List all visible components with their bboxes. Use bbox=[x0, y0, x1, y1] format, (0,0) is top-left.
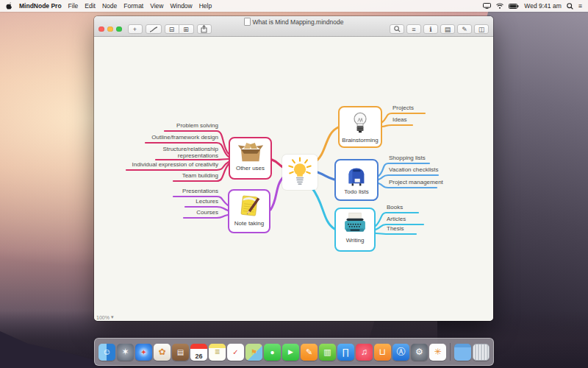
notification-center-icon[interactable]: ≡ bbox=[578, 2, 582, 10]
child-projects[interactable]: Projects bbox=[392, 105, 414, 111]
itunes-icon: ♫ bbox=[361, 347, 368, 357]
mindmap-node-brainstorming[interactable]: Brainstorming bbox=[338, 106, 382, 148]
spotlight-icon[interactable] bbox=[567, 3, 573, 10]
dock-item-maps[interactable]: ⚑ bbox=[245, 344, 262, 361]
dock-item-pages[interactable]: ✎ bbox=[301, 344, 318, 361]
node-label-note-taking: Note taking bbox=[234, 220, 264, 227]
lightbulb-clear-icon bbox=[348, 110, 372, 136]
inspector-button[interactable]: ◫ bbox=[474, 24, 489, 34]
window-titlebar[interactable]: What is Mind Mapping.mindnode + ⊟ ⊞ bbox=[94, 16, 493, 37]
dock-item-safari[interactable]: ✦ bbox=[135, 344, 152, 361]
dock-item-numbers[interactable]: ▥ bbox=[319, 344, 336, 361]
expand-button[interactable]: ⊞ bbox=[179, 24, 194, 34]
child-presentations[interactable]: Presentations bbox=[182, 188, 218, 194]
dock-item-mindnode[interactable]: ✳ bbox=[429, 344, 446, 361]
mailbox-icon bbox=[345, 163, 368, 188]
child-lectures[interactable]: Lectures bbox=[196, 198, 218, 205]
dock-item-keynote[interactable]: ∏ bbox=[337, 344, 354, 361]
dock-item-launchpad[interactable]: ✶ bbox=[117, 344, 134, 361]
child-books[interactable]: Books bbox=[387, 204, 403, 210]
child-team-building[interactable]: Team building bbox=[182, 172, 218, 179]
info-button[interactable]: ℹ bbox=[423, 24, 438, 34]
menu-app-name[interactable]: MindNode Pro bbox=[19, 2, 62, 10]
child-vacation-checklists[interactable]: Vacation checklists bbox=[389, 166, 438, 173]
node-label-writing: Writing bbox=[346, 237, 365, 244]
keynote-icon: ∏ bbox=[343, 347, 350, 357]
collapse-button[interactable]: ⊟ bbox=[165, 24, 179, 34]
mindmap-node-note-taking[interactable]: Note taking bbox=[228, 189, 270, 233]
dock-item-downloads[interactable] bbox=[454, 344, 471, 361]
battery-icon[interactable] bbox=[509, 4, 519, 9]
menu-file[interactable]: File bbox=[68, 2, 79, 10]
child-articles[interactable]: Articles bbox=[387, 216, 406, 222]
dock-item-photos[interactable]: ✿ bbox=[154, 344, 171, 361]
zoom-caret-icon: ▾ bbox=[111, 314, 114, 320]
child-shopping-lists[interactable]: Shopping lists bbox=[389, 155, 426, 161]
minimize-button[interactable] bbox=[107, 26, 113, 32]
media-browser-button[interactable]: ▤ bbox=[440, 24, 455, 34]
child-courses[interactable]: Courses bbox=[196, 209, 218, 216]
safari-icon: ✦ bbox=[140, 348, 146, 356]
dock-item-messages[interactable]: ● bbox=[264, 344, 281, 361]
menu-node[interactable]: Node bbox=[102, 2, 117, 10]
mindmap-node-todo-lists[interactable]: Todo lists bbox=[334, 159, 379, 201]
mindmap-center-node[interactable] bbox=[282, 155, 318, 190]
menu-format[interactable]: Format bbox=[123, 2, 143, 10]
apple-icon bbox=[6, 2, 12, 10]
zoom-level: 100% bbox=[96, 315, 110, 320]
dock-item-notes[interactable]: ≡ bbox=[209, 344, 226, 361]
menu-clock[interactable]: Wed 9:41 am bbox=[524, 2, 561, 10]
zoom-button[interactable] bbox=[116, 26, 122, 32]
child-ideas[interactable]: Ideas bbox=[392, 116, 407, 123]
app-store-icon: Ⓐ bbox=[397, 346, 406, 358]
dock-item-calendar[interactable]: 26 bbox=[190, 344, 207, 361]
add-node-button[interactable]: + bbox=[128, 24, 143, 34]
dock-item-itunes[interactable]: ♫ bbox=[356, 344, 373, 361]
menu-items: FileEditNodeFormatViewWindowHelp bbox=[68, 2, 219, 10]
reminders-icon: ✓ bbox=[232, 348, 238, 356]
child-structure-relationship[interactable]: Structure/relationship representations bbox=[162, 146, 218, 159]
apple-menu[interactable] bbox=[6, 2, 12, 10]
dock-item-contacts[interactable]: ▤ bbox=[172, 344, 189, 361]
facetime-icon: ▶ bbox=[288, 348, 293, 355]
dock-item-trash[interactable] bbox=[473, 344, 490, 361]
close-button[interactable] bbox=[98, 26, 104, 32]
mindmap-node-writing[interactable]: Writing bbox=[334, 208, 376, 252]
share-icon bbox=[201, 25, 207, 33]
dock-item-ibooks[interactable]: ⊔ bbox=[374, 344, 391, 361]
photos-icon: ✿ bbox=[158, 347, 165, 357]
share-button[interactable] bbox=[197, 24, 212, 34]
menu-window[interactable]: Window bbox=[171, 2, 193, 10]
mindmap-node-other-uses[interactable]: Other uses bbox=[229, 137, 272, 180]
mindmap-canvas[interactable]: Brainstorming Todo lists bbox=[94, 37, 493, 321]
displays-icon[interactable] bbox=[483, 3, 491, 9]
outline-button[interactable]: ≡ bbox=[406, 24, 421, 34]
cross-connection-button[interactable] bbox=[146, 24, 162, 34]
dock-item-facetime[interactable]: ▶ bbox=[282, 344, 299, 361]
child-individual-expression[interactable]: Individual expression of creativity bbox=[132, 161, 218, 168]
dock-item-system-preferences[interactable]: ⚙ bbox=[411, 344, 428, 361]
menu-view[interactable]: View bbox=[150, 2, 163, 10]
menu-help[interactable]: Help bbox=[199, 2, 212, 10]
mindnode-window: What is Mind Mapping.mindnode + ⊟ ⊞ bbox=[94, 16, 493, 321]
search-icon bbox=[394, 26, 401, 32]
style-button[interactable]: ✎ bbox=[457, 24, 472, 34]
dock-item-finder[interactable]: ☺ bbox=[98, 344, 115, 361]
maps-icon: ⚑ bbox=[251, 348, 257, 356]
canvas-zoom-control[interactable]: 100%▾ bbox=[96, 314, 113, 320]
node-label-brainstorming: Brainstorming bbox=[342, 137, 378, 144]
node-label-other-uses: Other uses bbox=[236, 165, 265, 171]
child-thesis[interactable]: Thesis bbox=[387, 225, 404, 232]
child-project-management[interactable]: Project management bbox=[389, 179, 443, 185]
menu-edit[interactable]: Edit bbox=[85, 2, 96, 10]
search-button[interactable] bbox=[390, 24, 404, 34]
child-problem-solving[interactable]: Problem solving bbox=[176, 122, 218, 129]
calendar-icon: 26 bbox=[195, 353, 202, 360]
child-outline-framework-design[interactable]: Outline/framework design bbox=[151, 134, 218, 141]
messages-icon: ● bbox=[270, 348, 274, 356]
wifi-icon[interactable] bbox=[496, 3, 503, 9]
dock-item-reminders[interactable]: ✓ bbox=[227, 344, 244, 361]
dock-item-app-store[interactable]: Ⓐ bbox=[392, 344, 409, 361]
cross-connection-icon bbox=[149, 26, 158, 32]
mindnode-icon: ✳ bbox=[434, 347, 441, 357]
